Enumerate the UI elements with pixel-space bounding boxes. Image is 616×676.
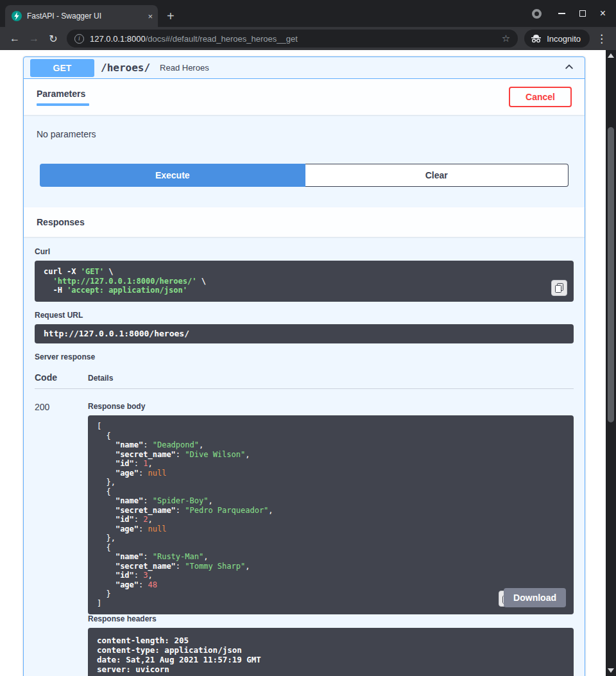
opblock-get-heroes: GET /heroes/ Read Heroes Parameters Canc… <box>23 56 585 676</box>
url-host: 127.0.0.1:8000 <box>90 34 146 44</box>
curl-code: curl -X 'GET' \ 'http://127.0.0.1:8000/h… <box>44 267 565 295</box>
response-row: 200 Response body [ { "name": "Deadpond"… <box>35 389 574 676</box>
responses-title: Responses <box>37 217 85 227</box>
tab-close-icon[interactable]: × <box>148 12 153 21</box>
site-info-icon[interactable]: i <box>74 34 84 44</box>
download-button[interactable]: Download <box>504 588 566 607</box>
maximize-button[interactable] <box>579 10 586 17</box>
curl-block: curl -X 'GET' \ 'http://127.0.0.1:8000/h… <box>35 261 574 302</box>
browser-window: FastAPI - Swagger UI × + × ← → ↻ i 127.0… <box>0 0 616 50</box>
request-url-block: http://127.0.0.1:8000/heroes/ <box>35 324 574 344</box>
fastapi-favicon-icon <box>12 11 22 21</box>
scrollbar-down-arrow-icon[interactable] <box>608 668 614 673</box>
execute-button[interactable]: Execute <box>40 164 305 187</box>
window-controls: × <box>532 0 616 27</box>
tab-title: FastAPI - Swagger UI <box>27 12 142 21</box>
http-method-badge: GET <box>30 59 94 77</box>
active-tab-underline <box>37 103 89 106</box>
response-headers-block: content-length: 205 content-type: applic… <box>88 628 574 676</box>
browser-tab[interactable]: FastAPI - Swagger UI × <box>5 5 158 27</box>
parameters-header: Parameters Cancel <box>24 79 585 115</box>
response-json: [ { "name": "Deadpond", "secret_name": "… <box>97 422 565 608</box>
copy-curl-button[interactable] <box>551 280 567 296</box>
browser-menu-icon[interactable]: ⋮ <box>596 32 607 46</box>
browser-status-icon[interactable] <box>532 9 542 19</box>
execute-row: Execute Clear <box>24 146 585 207</box>
back-button[interactable]: ← <box>5 33 24 44</box>
page-scrollbar[interactable] <box>606 50 616 676</box>
forward-button[interactable]: → <box>24 33 44 44</box>
curl-label: Curl <box>35 247 574 256</box>
parameters-body: No parameters <box>24 115 585 146</box>
swagger-page: GET /heroes/ Read Heroes Parameters Canc… <box>0 50 606 676</box>
parameters-title: Parameters <box>37 89 89 99</box>
collapse-chevron-icon[interactable] <box>564 62 574 74</box>
details-column-header: Details <box>88 374 113 383</box>
response-headers: content-length: 205 content-type: applic… <box>97 636 565 674</box>
url-path: /docs#/default/read_heroes_heroes__get <box>146 34 298 44</box>
incognito-badge: Incognito <box>524 30 590 48</box>
response-details-cell: Response body [ { "name": "Deadpond", "s… <box>88 402 574 676</box>
reload-button[interactable]: ↻ <box>44 33 63 45</box>
parameters-tab: Parameters <box>37 89 89 106</box>
incognito-label: Incognito <box>547 34 581 44</box>
code-column-header: Code <box>35 372 88 383</box>
window-close-button[interactable]: × <box>600 8 606 19</box>
browser-toolbar: ← → ↻ i 127.0.0.1:8000/docs#/default/rea… <box>0 27 616 50</box>
status-code: 200 <box>35 402 88 676</box>
response-body-label: Response body <box>88 402 574 411</box>
url-bar[interactable]: i 127.0.0.1:8000/docs#/default/read_hero… <box>67 30 518 48</box>
request-url-label: Request URL <box>35 311 574 320</box>
scrollbar-up-arrow-icon[interactable] <box>608 53 614 58</box>
scrollbar-thumb[interactable] <box>608 127 614 422</box>
tab-strip: FastAPI - Swagger UI × + × <box>0 0 616 27</box>
response-headers-label: Response headers <box>88 614 574 623</box>
minimize-button[interactable] <box>558 13 565 14</box>
opblock-summary[interactable]: GET /heroes/ Read Heroes <box>24 57 585 79</box>
bookmark-star-icon[interactable]: ☆ <box>502 33 510 44</box>
response-table-header: Code Details <box>35 366 574 389</box>
endpoint-path: /heroes/ <box>101 62 150 74</box>
responses-body: Curl curl -X 'GET' \ 'http://127.0.0.1:8… <box>24 237 585 676</box>
new-tab-button[interactable]: + <box>167 10 175 22</box>
cancel-button[interactable]: Cancel <box>509 87 572 107</box>
endpoint-summary: Read Heroes <box>160 63 209 73</box>
responses-header: Responses <box>24 207 585 237</box>
clear-button[interactable]: Clear <box>305 164 569 187</box>
incognito-icon <box>531 34 542 43</box>
server-response-label: Server response <box>35 352 574 361</box>
response-body-block: [ { "name": "Deadpond", "secret_name": "… <box>88 415 574 614</box>
no-parameters-text: No parameters <box>37 129 572 139</box>
request-url-value: http://127.0.0.1:8000/heroes/ <box>44 329 565 339</box>
